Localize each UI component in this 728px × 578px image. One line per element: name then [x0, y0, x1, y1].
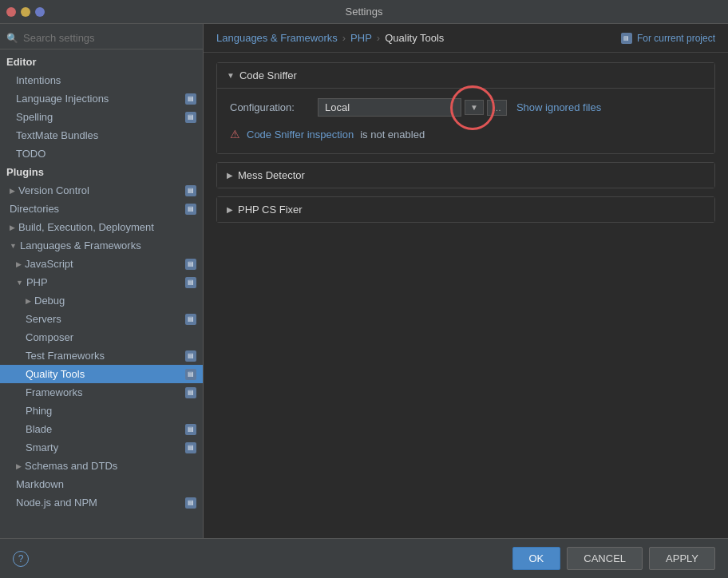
breadcrumb-path: Languages & Frameworks › PHP › Quality T… [216, 32, 444, 44]
ellipsis-button[interactable]: … [487, 100, 507, 116]
sidebar-item-build-execution[interactable]: ▶ Build, Execution, Deployment [0, 218, 203, 236]
window-title: Settings [346, 6, 383, 18]
apply-button[interactable]: APPLY [649, 547, 715, 570]
maximize-dot[interactable] [35, 7, 45, 17]
sidebar-item-schemas-dtds[interactable]: ▶ Schemas and DTDs [0, 457, 203, 475]
show-ignored-files-link[interactable]: Show ignored files [516, 101, 601, 113]
breadcrumb-sep-2: › [377, 32, 380, 44]
sidebar-item-intentions[interactable]: Intentions [0, 71, 203, 89]
sidebar-item-quality-tools[interactable]: Quality Tools ▤ [0, 365, 203, 383]
mess-detector-header[interactable]: ▶ Mess Detector [217, 163, 714, 188]
configuration-row: Configuration: ▼ … Show ignored files [230, 98, 702, 117]
php-cs-fixer-header[interactable]: ▶ PHP CS Fixer [217, 197, 714, 222]
minimize-dot[interactable] [21, 7, 30, 17]
arrow-version-control: ▶ [10, 187, 15, 195]
help-button[interactable]: ? [13, 551, 29, 567]
sidebar-item-markdown[interactable]: Markdown [0, 475, 203, 493]
sidebar-label-servers: Servers [26, 313, 61, 325]
arrow-javascript: ▶ [16, 260, 22, 268]
code-sniffer-header[interactable]: ▼ Code Sniffer [217, 63, 714, 89]
project-icon-nodejs-npm: ▤ [185, 497, 196, 509]
project-icon-spelling: ▤ [185, 112, 196, 123]
close-dot[interactable] [6, 7, 16, 17]
project-icon-servers: ▤ [185, 314, 196, 325]
sidebar-label-version-control: Version Control [18, 184, 89, 196]
sidebar-item-smarty[interactable]: Smarty ▤ [0, 438, 203, 457]
mess-detector-section: ▶ Mess Detector [216, 162, 715, 188]
for-project-label: For current project [637, 33, 715, 44]
window-controls [6, 7, 45, 17]
main-layout: 🔍 Editor Intentions Language Injections … [0, 24, 728, 538]
search-icon: 🔍 [6, 33, 18, 44]
sidebar-item-languages-frameworks[interactable]: ▼ Languages & Frameworks [0, 236, 203, 255]
dropdown-button[interactable]: ▼ [465, 100, 484, 115]
sidebar-label-debug: Debug [34, 295, 65, 307]
ok-button[interactable]: OK [512, 547, 561, 570]
search-input[interactable] [23, 32, 196, 44]
sidebar-item-javascript[interactable]: ▶ JavaScript ▤ [0, 255, 203, 273]
sidebar-label-php: PHP [26, 276, 48, 288]
sidebar-label-schemas-dtds: Schemas and DTDs [25, 460, 117, 472]
sidebar-label-build-execution: Build, Execution, Deployment [18, 221, 154, 233]
sidebar-item-frameworks[interactable]: Frameworks ▤ [0, 383, 203, 402]
sidebar-search: 🔍 [0, 27, 203, 49]
code-sniffer-body: Configuration: ▼ … Show ignored files [217, 89, 714, 153]
bottom-bar: ? OK CANCEL APPLY [0, 538, 728, 578]
sidebar-item-phing[interactable]: Phing [0, 402, 203, 420]
project-icon-version-control: ▤ [185, 185, 196, 196]
sidebar-label-languages-frameworks: Languages & Frameworks [20, 240, 141, 251]
sidebar-label-todo: TODO [16, 148, 46, 160]
sidebar-item-php[interactable]: ▼ PHP ▤ [0, 273, 203, 291]
project-icon-blade: ▤ [185, 424, 196, 435]
mess-detector-arrow: ▶ [227, 171, 233, 180]
sidebar-item-language-injections[interactable]: Language Injections ▤ [0, 89, 203, 108]
code-sniffer-section: ▼ Code Sniffer Configuration: ▼ … [216, 62, 715, 154]
sidebar-item-spelling[interactable]: Spelling ▤ [0, 108, 203, 126]
breadcrumb-languages-frameworks[interactable]: Languages & Frameworks [216, 32, 338, 44]
sidebar-item-plugins[interactable]: Plugins [0, 163, 203, 181]
sidebar-item-blade[interactable]: Blade ▤ [0, 420, 203, 438]
arrow-build-execution: ▶ [10, 224, 15, 232]
project-icon-frameworks: ▤ [185, 387, 196, 398]
sidebar-item-textmate-bundles[interactable]: TextMate Bundles [0, 126, 203, 144]
sidebar-item-todo[interactable]: TODO [0, 144, 203, 163]
arrow-languages-frameworks: ▼ [10, 242, 17, 250]
sidebar-label-javascript: JavaScript [25, 258, 73, 270]
sidebar-label-directories: Directories [10, 203, 59, 215]
sidebar-label-intentions: Intentions [16, 74, 61, 86]
code-sniffer-arrow: ▼ [227, 71, 235, 80]
warning-icon: ⚠ [230, 128, 240, 141]
sidebar-item-directories[interactable]: Directories ▤ [0, 200, 203, 218]
breadcrumb-php[interactable]: PHP [350, 32, 372, 44]
sidebar-label-plugins: Plugins [6, 166, 44, 178]
warning-row: ⚠ Code Sniffer inspection is not enabled [230, 125, 702, 144]
sidebar-label-quality-tools: Quality Tools [26, 368, 85, 380]
code-sniffer-inspection-link[interactable]: Code Sniffer inspection [247, 129, 354, 141]
for-current-project[interactable]: ▤ For current project [621, 33, 715, 44]
breadcrumb-quality-tools: Quality Tools [385, 32, 444, 44]
cancel-button[interactable]: CANCEL [567, 547, 643, 570]
sidebar-item-servers[interactable]: Servers ▤ [0, 310, 203, 328]
sidebar-item-editor[interactable]: Editor [0, 53, 203, 71]
sidebar-label-language-injections: Language Injections [16, 93, 109, 105]
sidebar-item-version-control[interactable]: ▶ Version Control ▤ [0, 181, 203, 200]
sidebar-label-test-frameworks: Test Frameworks [26, 350, 105, 362]
sidebar-item-composer[interactable]: Composer [0, 328, 203, 346]
settings-content: ▼ Code Sniffer Configuration: ▼ … [204, 53, 728, 538]
sidebar-item-test-frameworks[interactable]: Test Frameworks ▤ [0, 346, 203, 365]
sidebar-label-blade: Blade [26, 423, 52, 435]
sidebar-label-markdown: Markdown [16, 478, 64, 490]
content-area: Languages & Frameworks › PHP › Quality T… [204, 24, 728, 538]
sidebar-label-smarty: Smarty [26, 441, 58, 453]
project-icon-test-frameworks: ▤ [185, 350, 196, 362]
sidebar-label-editor: Editor [6, 56, 37, 68]
arrow-php: ▼ [16, 279, 23, 287]
sidebar-item-debug[interactable]: ▶ Debug [0, 291, 203, 310]
arrow-schemas-dtds: ▶ [16, 462, 22, 470]
sidebar-label-textmate-bundles: TextMate Bundles [16, 129, 98, 141]
sidebar-label-phing: Phing [26, 405, 52, 417]
sidebar-item-nodejs-npm[interactable]: Node.js and NPM ▤ [0, 493, 203, 512]
configuration-input[interactable] [318, 98, 461, 117]
project-icon-quality-tools: ▤ [185, 369, 196, 380]
sidebar-label-composer: Composer [26, 331, 73, 343]
